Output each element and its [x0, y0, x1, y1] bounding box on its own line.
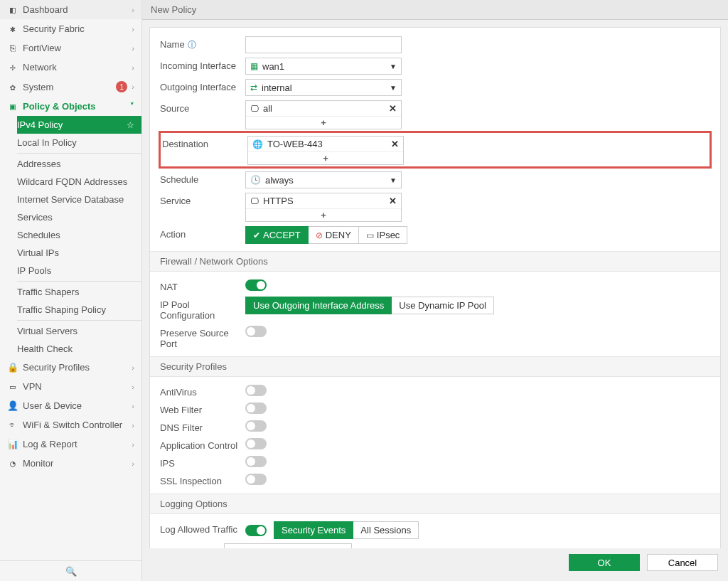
sidebar-item-dashboard[interactable]: ◧Dashboard› — [0, 0, 141, 19]
source-label: Source — [160, 100, 245, 114]
policy-icon: ▣ — [7, 101, 18, 112]
sidebar-item-user-device[interactable]: 👤User & Device› — [0, 396, 141, 415]
incoming-interface-select[interactable]: ▦wan1▼ — [245, 58, 402, 75]
antivirus-toggle[interactable] — [245, 385, 267, 396]
section-logging: Logging Options — [150, 494, 720, 514]
name-input[interactable] — [245, 36, 402, 53]
gear-icon: ✿ — [7, 82, 18, 92]
nat-toggle[interactable] — [245, 279, 267, 291]
action-label: Action — [160, 226, 245, 240]
service-label: Service — [160, 193, 245, 206]
address-icon: 🖵 — [250, 104, 259, 114]
dns-label: DNS Filter — [160, 420, 245, 433]
sidebar-sub-ippools[interactable]: IP Pools — [17, 262, 141, 279]
interface-icon: ⇄ — [250, 82, 257, 92]
action-accept-button[interactable]: ✔ACCEPT — [245, 226, 309, 244]
incoming-label: Incoming Interface — [160, 58, 245, 71]
sidebar-sub-addresses[interactable]: Addresses — [17, 155, 141, 173]
ssl-toggle[interactable] — [245, 474, 267, 485]
caret-down-icon: ▼ — [390, 63, 397, 70]
ssl-label: SSL Inspection — [160, 473, 245, 486]
comments-input[interactable] — [224, 543, 352, 548]
schedule-select[interactable]: 🕓always▼ — [245, 171, 402, 188]
sidebar-item-system[interactable]: ✿System1› — [0, 77, 141, 97]
sidebar-item-wifi[interactable]: ᯤWiFi & Switch Controller› — [0, 415, 141, 435]
service-multiselect[interactable]: 🖵HTTPS✕+ — [245, 193, 402, 222]
sidebar-sub-isd[interactable]: Internet Service Database — [17, 191, 141, 208]
add-source-button[interactable]: + — [246, 116, 401, 129]
app-label: Application Control — [160, 437, 245, 451]
dashboard-icon: ◧ — [7, 4, 18, 15]
caret-down-icon: ▼ — [390, 84, 397, 92]
sidebar-item-vpn[interactable]: ▭VPN› — [0, 377, 141, 396]
sidebar-search[interactable]: 🔍 — [0, 560, 141, 581]
globe-icon: 🌐 — [252, 139, 263, 149]
add-service-button[interactable]: + — [246, 208, 401, 221]
sidebar-sub-health[interactable]: Health Check — [17, 340, 141, 358]
outgoing-label: Outgoing Interface — [160, 79, 245, 92]
source-multiselect[interactable]: 🖵all✕+ — [245, 100, 402, 129]
star-icon[interactable]: ☆ — [127, 120, 134, 130]
sidebar-sub-vip[interactable]: Virtual IPs — [17, 244, 141, 262]
log-allowed-toggle[interactable] — [245, 525, 267, 536]
service-icon: 🖵 — [250, 196, 259, 206]
av-label: AntiVirus — [160, 384, 245, 398]
sidebar-sub-wildcard[interactable]: Wildcard FQDN Addresses — [17, 173, 141, 191]
action-deny-button[interactable]: ⊘DENY — [309, 226, 359, 244]
remove-icon[interactable]: ✕ — [391, 139, 399, 149]
sidebar-item-fortiview[interactable]: ⎘FortiView› — [0, 38, 141, 58]
ips-toggle[interactable] — [245, 456, 267, 467]
sidebar-sub-local-in[interactable]: Local In Policy — [17, 134, 141, 151]
ippool-outgoing-button[interactable]: Use Outgoing Interface Address — [245, 297, 392, 314]
alert-badge: 1 — [116, 81, 127, 92]
chevron-right-icon: › — [132, 82, 134, 91]
appcontrol-toggle[interactable] — [245, 438, 267, 449]
chevron-right-icon: › — [132, 44, 134, 53]
add-destination-button[interactable]: + — [248, 151, 403, 164]
destination-label: Destination — [162, 136, 247, 149]
info-icon[interactable]: ⓘ — [188, 40, 196, 50]
action-ipsec-button[interactable]: ▭IPsec — [359, 226, 408, 244]
chart-icon: 📊 — [7, 439, 18, 449]
sidebar-item-security-profiles[interactable]: 🔒Security Profiles› — [0, 358, 141, 377]
breadcrumb: New Policy — [142, 0, 728, 20]
section-profiles: Security Profiles — [150, 356, 720, 377]
outgoing-interface-select[interactable]: ⇄internal▼ — [245, 79, 402, 96]
sidebar-item-monitor[interactable]: ◔Monitor› — [0, 454, 141, 473]
cancel-button[interactable]: Cancel — [647, 554, 718, 571]
fortiview-icon: ⎘ — [7, 43, 18, 53]
sidebar-sub-ipv4-policy[interactable]: IPv4 Policy☆ — [17, 116, 141, 134]
log-all-button[interactable]: All Sessions — [353, 521, 419, 539]
sidebar: ◧Dashboard› ✱Security Fabric› ⎘FortiView… — [0, 0, 142, 581]
preserve-port-toggle[interactable] — [245, 326, 267, 337]
sidebar-sub-shapers[interactable]: Traffic Shapers — [17, 283, 141, 301]
sidebar-item-network[interactable]: ✢Network› — [0, 58, 141, 77]
remove-icon[interactable]: ✕ — [389, 103, 397, 114]
chevron-right-icon: › — [132, 440, 134, 449]
ippool-dynamic-button[interactable]: Use Dynamic IP Pool — [392, 297, 494, 314]
destination-multiselect[interactable]: 🌐TO-WEB-443✕+ — [247, 136, 404, 165]
user-icon: 👤 — [7, 400, 18, 411]
sidebar-sub-services[interactable]: Services — [17, 208, 141, 226]
chevron-right-icon: › — [132, 402, 134, 410]
remove-icon[interactable]: ✕ — [389, 196, 397, 206]
sidebar-item-security-fabric[interactable]: ✱Security Fabric› — [0, 19, 141, 38]
log-security-button[interactable]: Security Events — [274, 521, 353, 539]
sidebar-item-log-report[interactable]: 📊Log & Report› — [0, 435, 141, 454]
ipsec-icon: ▭ — [366, 230, 374, 240]
section-firewall: Firewall / Network Options — [150, 251, 720, 272]
dnsfilter-toggle[interactable] — [245, 420, 267, 432]
schedule-label: Schedule — [160, 171, 245, 185]
chevron-right-icon: › — [132, 363, 134, 372]
chevron-right-icon: › — [132, 63, 134, 72]
sidebar-sub-vservers[interactable]: Virtual Servers — [17, 322, 141, 340]
deny-icon: ⊘ — [316, 230, 323, 240]
chevron-down-icon: ˅ — [130, 102, 134, 111]
ok-button[interactable]: OK — [569, 554, 640, 571]
sidebar-sub-schedules[interactable]: Schedules — [17, 226, 141, 244]
preserve-label: Preserve Source Port — [160, 325, 245, 349]
fabric-icon: ✱ — [7, 23, 18, 34]
sidebar-sub-shaping-policy[interactable]: Traffic Shaping Policy — [17, 301, 141, 319]
sidebar-item-policy-objects[interactable]: ▣Policy & Objects˅ — [0, 97, 141, 116]
webfilter-toggle[interactable] — [245, 403, 267, 414]
